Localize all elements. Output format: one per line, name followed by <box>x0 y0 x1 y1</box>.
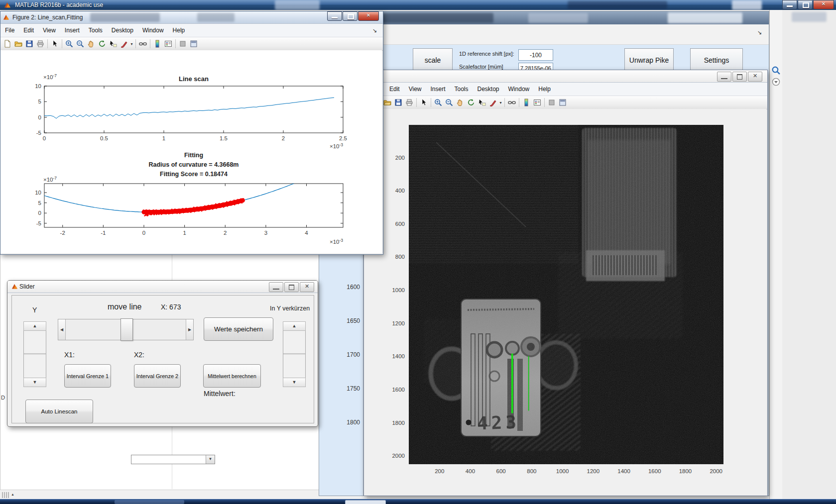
slider-left-arrow-icon[interactable]: ◀ <box>58 319 66 340</box>
y-slider-down-icon[interactable]: ▼ <box>23 378 46 387</box>
insert-legend-icon[interactable] <box>163 38 174 49</box>
main-maximize-button[interactable] <box>798 0 813 9</box>
matlab-main-titlebar[interactable]: MATLAB R2016b - academic use ✕ <box>0 0 836 10</box>
menu-item-tools[interactable]: Tools <box>450 84 473 95</box>
save-icon[interactable] <box>24 38 35 49</box>
unwrap-pike-button[interactable]: Unwrap Pike <box>624 48 674 72</box>
zoom-out-icon[interactable] <box>444 97 455 108</box>
menu-item-help[interactable]: Help <box>168 25 190 36</box>
menu-item-edit[interactable]: Edit <box>385 84 404 95</box>
figure2-titlebar[interactable]: Figure 2: Line_scan,Fitting ✕ <box>0 11 383 24</box>
menu-item-help[interactable]: Help <box>534 84 555 95</box>
y-slider-up-icon[interactable]: ▲ <box>23 321 46 331</box>
image-figure-titlebar[interactable]: d ✕ <box>364 70 767 83</box>
werte-speichern-button[interactable]: Werte speichern <box>204 317 273 341</box>
scroll-down-circle-icon[interactable] <box>772 78 780 86</box>
gui-menu-overflow-icon[interactable]: ↘ <box>757 29 762 36</box>
menu-item-view[interactable]: View <box>404 84 426 95</box>
windows-taskbar[interactable] <box>0 499 836 504</box>
taskbar-button-group[interactable] <box>115 500 184 504</box>
menu-item-window[interactable]: Window <box>138 25 168 36</box>
menu-item-desktop[interactable]: Desktop <box>107 25 138 36</box>
dock-figure-icon[interactable] <box>188 38 199 49</box>
window-grip[interactable]: ▲ <box>2 492 22 498</box>
rotate-3d-icon[interactable] <box>97 38 108 49</box>
move-line-slider[interactable]: ◀ ▶ <box>58 319 194 340</box>
imagefig-minimize-button[interactable] <box>717 72 731 82</box>
bottom-scroll-strip[interactable]: ▲ <box>0 490 367 500</box>
brush-icon[interactable] <box>119 38 129 49</box>
settings-button[interactable]: Settings <box>690 48 743 72</box>
insert-colorbar-icon[interactable] <box>521 97 532 108</box>
zoom-in-icon[interactable] <box>64 38 75 49</box>
mittelwert-berechnen-button[interactable]: Mittelwert berechnen <box>203 364 261 388</box>
insert-colorbar-icon[interactable] <box>152 38 163 49</box>
slider-thumb[interactable] <box>120 318 133 341</box>
menu-item-desktop[interactable]: Desktop <box>473 84 504 95</box>
brush-dropdown-icon[interactable]: ▾ <box>129 42 134 46</box>
save-icon[interactable] <box>393 97 404 108</box>
interval-grenze2-button[interactable]: Interval Grenze 2 <box>134 364 181 388</box>
menu-item-file[interactable]: File <box>0 25 19 36</box>
svg-text:10: 10 <box>35 190 41 196</box>
combobox-arrow-icon[interactable]: ▼ <box>206 455 215 464</box>
interval-grenze1-button[interactable]: Interval Grenze 1 <box>64 364 111 388</box>
menu-item-view[interactable]: View <box>38 25 60 36</box>
main-minimize-button[interactable] <box>782 0 797 9</box>
cursor-icon[interactable] <box>49 38 60 49</box>
imagefig-maximize-button[interactable] <box>732 72 747 82</box>
link-plot-icon[interactable] <box>137 38 148 49</box>
slider-close-button[interactable]: ✕ <box>300 282 314 292</box>
brush-dropdown-icon[interactable]: ▾ <box>498 101 503 105</box>
auto-linescan-button[interactable]: Auto Linescan <box>25 400 93 423</box>
figure2-canvas[interactable]: 00.511.522.51050-5Line scan×10-7×10-3-2-… <box>0 50 382 253</box>
menu-item-tools[interactable]: Tools <box>84 25 107 36</box>
new-doc-icon[interactable] <box>2 38 13 49</box>
scale-button[interactable]: scale <box>413 48 453 72</box>
hide-plot-tools-icon[interactable] <box>177 38 188 49</box>
hide-plot-tools-icon[interactable] <box>546 97 557 108</box>
figure2-menu-overflow-icon[interactable]: ↘ <box>372 27 377 34</box>
print-icon[interactable] <box>404 97 415 108</box>
gui-titlebar[interactable] <box>319 11 769 24</box>
figure2-maximize-button[interactable] <box>343 11 358 21</box>
pan-hand-icon[interactable] <box>455 97 466 108</box>
print-icon[interactable] <box>35 38 46 49</box>
slider-titlebar[interactable]: Slider ✕ <box>7 281 318 293</box>
figure2-close-button[interactable]: ✕ <box>358 11 379 21</box>
search-magnifier-icon[interactable] <box>771 66 781 75</box>
zoom-in-icon[interactable] <box>433 97 444 108</box>
y-slider-left[interactable]: ▲ ▼ <box>23 321 46 387</box>
desktop-combobox[interactable]: ▼ <box>131 455 215 464</box>
svg-text:0: 0 <box>43 135 46 141</box>
taskbar-active-button[interactable] <box>345 500 386 504</box>
data-cursor-icon[interactable] <box>477 97 487 108</box>
figure2-minimize-button[interactable] <box>327 11 342 21</box>
menu-item-window[interactable]: Window <box>504 84 534 95</box>
slider-right-arrow-icon[interactable]: ▶ <box>186 319 193 340</box>
dock-figure-icon[interactable] <box>557 97 568 108</box>
y2-slider-down-icon[interactable]: ▼ <box>283 378 306 387</box>
open-folder-icon[interactable] <box>13 38 24 49</box>
link-plot-icon[interactable] <box>506 97 517 108</box>
rotate-3d-icon[interactable] <box>466 97 477 108</box>
insert-legend-icon[interactable] <box>532 97 543 108</box>
zoom-out-icon[interactable] <box>75 38 86 49</box>
slider-maximize-button[interactable] <box>284 282 299 292</box>
expand-arrow-icon[interactable]: ▲ <box>11 493 14 496</box>
ref-shift-input[interactable]: -100 <box>518 49 553 61</box>
slider-minimize-button[interactable] <box>269 282 283 292</box>
data-cursor-icon[interactable] <box>108 38 119 49</box>
imagefig-close-button[interactable]: ✕ <box>748 72 762 82</box>
main-close-button[interactable]: ✕ <box>813 0 834 9</box>
menu-item-insert[interactable]: Insert <box>60 25 84 36</box>
pan-hand-icon[interactable] <box>86 38 97 49</box>
cursor-icon[interactable] <box>418 97 429 108</box>
y-slider-right[interactable]: ▲ ▼ <box>283 321 306 387</box>
y2-slider-up-icon[interactable]: ▲ <box>283 321 306 331</box>
menu-item-edit[interactable]: Edit <box>19 25 38 36</box>
brush-icon[interactable] <box>487 97 498 108</box>
interferogram-image[interactable]: 423 <box>409 125 723 464</box>
menu-item-insert[interactable]: Insert <box>426 84 450 95</box>
open-folder-icon[interactable] <box>382 97 393 108</box>
